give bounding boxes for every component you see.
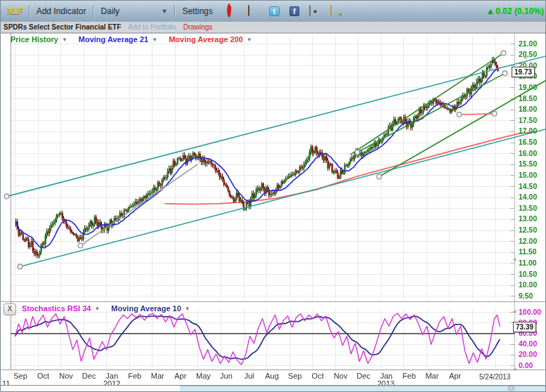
interval-dropdown[interactable]: Daily ▼ (93, 6, 174, 16)
charting-app-window: XLF Add Indicator Daily ▼ Settings t f ▲… (0, 0, 546, 392)
month-tick-label: Feb (397, 372, 421, 380)
chevron-down-icon: ▼ (247, 37, 252, 43)
month-tick-label: Feb (123, 372, 147, 380)
snapshot-camera-icon[interactable] (309, 6, 320, 17)
price-tick-label: 21.00 (519, 39, 546, 48)
up-arrow-icon: ▲ (486, 7, 494, 15)
month-tick-label: Sep (8, 372, 32, 380)
month-tick-label: Mar (145, 372, 169, 380)
notes-sticky-icon[interactable] (330, 6, 342, 17)
drawings-link[interactable]: Drawings (183, 23, 213, 31)
journal-ledger-icon[interactable] (248, 6, 259, 17)
scrollbar-handle[interactable] (508, 386, 514, 391)
price-tick-label: 10.50 (519, 270, 546, 278)
indicator-chip-ma21[interactable]: Moving Average 21 ▼ (79, 35, 157, 44)
month-tick-label: Oct (306, 372, 330, 380)
chevron-down-icon: ▼ (185, 306, 190, 312)
alerts-alarm-icon[interactable] (227, 6, 238, 17)
change-value: 0.02 (0.10%) (495, 6, 544, 16)
month-tick-label: Mar (420, 372, 444, 380)
symbol-label[interactable]: XLF (1, 6, 29, 16)
price-tick-label: 10.00 (519, 280, 546, 289)
month-tick-label: May (191, 372, 215, 380)
month-tick-label: Apr (169, 372, 193, 380)
month-tick-label: Sep (283, 372, 307, 380)
subheader: SPDRs Select Sector Financial ETF Add to… (1, 22, 545, 33)
month-tick-label: Nov (54, 372, 78, 380)
scroll-left-icon[interactable]: ◄ (512, 366, 517, 372)
price-tick-label: 14.00 (519, 192, 546, 201)
price-tick-label: 9.50 (519, 292, 546, 300)
add-indicator-button[interactable]: Add Indicator (30, 6, 93, 16)
indicator-label: Moving Average 200 (169, 35, 243, 44)
stoch-value-box: 73.39 (513, 322, 536, 332)
scroll-left-icon[interactable]: ◄ (512, 256, 517, 263)
price-tick-label: 16.00 (519, 149, 546, 157)
chevron-down-icon: ▼ (161, 8, 167, 15)
chevron-down-icon: ▼ (62, 37, 67, 43)
month-tick-label: Dec (351, 372, 375, 380)
price-tick-label: 11.50 (519, 247, 546, 256)
month-tick-label: Apr (443, 372, 467, 380)
toolbar: XLF Add Indicator Daily ▼ Settings t f ▲… (1, 1, 545, 22)
month-tick-label: Dec (77, 372, 101, 380)
price-tick-label: 16.50 (519, 138, 546, 146)
main-indicator-row: Price History ▼ Moving Average 21 ▼ Movi… (11, 35, 252, 44)
price-tick-label: 19.00 (519, 83, 546, 91)
add-to-portfolio-link[interactable]: Add to Portfolio (128, 23, 176, 31)
scroll-left-icon[interactable]: ◄ (522, 54, 528, 60)
price-tick-label: 17.00 (519, 126, 546, 135)
scroll-left-icon[interactable]: ◄ (512, 308, 517, 315)
price-tick-label: 18.50 (519, 94, 546, 103)
indicator-label: Moving Average 21 (79, 35, 148, 44)
price-change-indicator: ▲ 0.02 (0.10%) (486, 6, 544, 16)
indicator-label: Stochastics RSI 34 (22, 304, 91, 313)
price-tick-label: 14.50 (519, 182, 546, 190)
last-price-box: 19.73 (512, 67, 535, 77)
chevron-down-icon: ▼ (152, 37, 157, 43)
indicator-label: Moving Average 10 (111, 304, 181, 313)
price-tick-label: 12.00 (519, 237, 546, 245)
interval-value: Daily (100, 6, 119, 16)
price-tick-label: 18.00 (519, 105, 546, 113)
last-date-label: 5/24/2013 (479, 373, 511, 381)
twitter-icon[interactable]: t (269, 6, 280, 16)
indicator-chip-stoch-rsi[interactable]: Stochastics RSI 34 ▼ (22, 304, 100, 313)
stoch-tick-label: 100.00 (519, 308, 546, 316)
indicator-chip-price-history[interactable]: Price History ▼ (11, 35, 67, 44)
facebook-icon[interactable]: f (290, 6, 299, 16)
indicator-chip-ma10[interactable]: Moving Average 10 ▼ (111, 304, 190, 313)
close-stoch-panel-button[interactable]: X (4, 303, 16, 315)
stoch-tick-label: 0.00 (519, 361, 546, 370)
month-tick-label: Oct (32, 372, 56, 380)
chevron-down-icon: ▼ (94, 306, 100, 312)
price-tick-label: 17.50 (519, 116, 546, 124)
price-tick-label: 15.00 (519, 171, 546, 179)
price-tick-label: 15.50 (519, 159, 546, 168)
price-tick-label: 13.50 (519, 204, 546, 212)
indicator-label: Price History (11, 35, 58, 44)
month-tick-label: Jun (214, 372, 238, 380)
month-tick-label: Nov (329, 372, 353, 380)
indicator-chip-ma200[interactable]: Moving Average 200 ▼ (169, 35, 252, 44)
stoch-indicator-row: Stochastics RSI 34 ▼ Moving Average 10 ▼ (22, 304, 190, 313)
stoch-tick-label: 40.00 (519, 339, 546, 348)
price-chart-canvas[interactable] (1, 33, 546, 392)
price-tick-label: 12.50 (519, 226, 546, 234)
price-tick-label: 13.00 (519, 214, 546, 223)
settings-button[interactable]: Settings (175, 6, 219, 16)
horizontal-scrollbar-thumb[interactable] (180, 386, 546, 391)
month-tick-label: Jul (238, 372, 261, 380)
stoch-tick-label: 20.00 (519, 350, 546, 358)
price-tick-label: 11.00 (519, 259, 546, 267)
toolbar-icons: t f (227, 6, 342, 17)
month-tick-label: Aug (260, 372, 284, 380)
security-name: SPDRs Select Sector Financial ETF (4, 23, 121, 31)
